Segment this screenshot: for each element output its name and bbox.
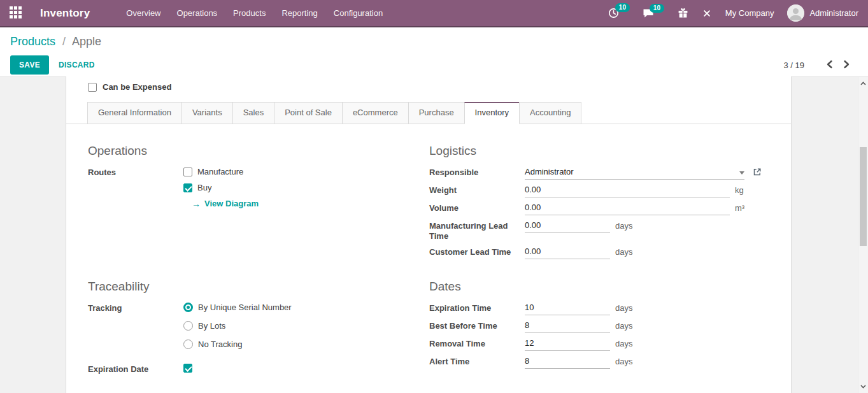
routes-label: Routes (88, 167, 183, 178)
messages-badge: 10 (650, 4, 664, 13)
manufacturing-lead-time-label: Manufacturing Lead Time (429, 220, 525, 241)
save-button[interactable]: SAVE (10, 55, 49, 75)
nav-item-products[interactable]: Products (233, 4, 266, 22)
manufacturing-lead-time-unit: days (615, 220, 632, 231)
scroll-up-arrow[interactable] (858, 78, 868, 89)
notebook-tabs: General Information Variants Sales Point… (66, 102, 791, 124)
alert-time-row: Alert Time 8 days (429, 356, 776, 369)
weight-label: Weight (429, 185, 525, 196)
best-before-time-label: Best Before Time (429, 320, 525, 331)
tab-inventory[interactable]: Inventory (464, 102, 520, 124)
removal-time-field[interactable]: 12 (525, 338, 610, 351)
manufacturing-lead-time-field[interactable]: 0.00 (525, 220, 610, 233)
app-name[interactable]: Inventory (40, 7, 90, 20)
removal-time-label: Removal Time (429, 338, 525, 349)
tab-accounting[interactable]: Accounting (519, 102, 581, 124)
manufacture-checkbox[interactable] (183, 168, 192, 176)
volume-unit: m³ (735, 203, 744, 213)
apps-menu-icon[interactable] (10, 6, 22, 18)
manufacturing-lead-time-value: 0.00 (525, 220, 541, 230)
breadcrumb: Products / Apple (10, 35, 858, 48)
discard-button[interactable]: DISCARD (59, 61, 95, 69)
pager-next-button[interactable] (841, 59, 853, 72)
expiration-time-unit: days (615, 303, 632, 313)
best-before-time-field[interactable]: 8 (525, 320, 610, 333)
pager: 3 / 19 (783, 59, 858, 72)
messages-icon[interactable]: 10 (643, 8, 654, 18)
nav-item-reporting[interactable]: Reporting (281, 4, 317, 22)
expiration-date-checkbox[interactable] (183, 364, 192, 373)
responsible-row: Responsible Administrator (429, 167, 776, 180)
external-link-icon[interactable] (753, 168, 762, 176)
alert-time-value: 8 (525, 356, 529, 366)
tracking-widget: By Unique Serial Number By Lots No Track… (183, 303, 292, 358)
volume-value: 0.00 (525, 203, 541, 212)
tab-purchase[interactable]: Purchase (408, 102, 465, 124)
customer-lead-time-field[interactable]: 0.00 (525, 247, 610, 259)
can-be-expensed-checkbox[interactable] (88, 83, 97, 92)
tracking-lots-radio[interactable] (183, 321, 193, 331)
removal-time-unit: days (615, 338, 632, 349)
weight-row: Weight 0.00 kg (429, 185, 776, 197)
section-traceability: Traceability Tracking By Unique Serial N… (88, 280, 409, 380)
tracking-label: Tracking (88, 303, 183, 313)
nav-item-configuration[interactable]: Configuration (334, 4, 383, 22)
breadcrumb-products-link[interactable]: Products (10, 35, 55, 48)
tools-icon[interactable] (702, 8, 712, 18)
view-diagram-link[interactable]: → View Diagram (192, 199, 259, 208)
nav-item-overview[interactable]: Overview (126, 4, 160, 22)
vertical-scrollbar[interactable] (858, 77, 868, 393)
expiration-time-field[interactable]: 10 (525, 303, 610, 315)
nav-item-operations[interactable]: Operations (177, 4, 218, 22)
expiration-time-row: Expiration Time 10 days (429, 303, 776, 315)
user-menu[interactable]: Administrator (787, 4, 858, 22)
tab-ecommerce[interactable]: eCommerce (342, 102, 409, 124)
manufacture-label: Manufacture (197, 167, 243, 176)
activity-clock-icon[interactable]: 10 (608, 8, 619, 18)
scroll-down-arrow[interactable] (858, 382, 868, 392)
removal-time-row: Removal Time 12 days (429, 338, 776, 351)
tracking-lots-row: By Lots (183, 321, 292, 331)
responsible-label: Responsible (429, 167, 525, 178)
arrow-right-icon: → (192, 199, 201, 208)
tracking-none-row: No Tracking (183, 339, 292, 349)
buy-checkbox[interactable] (183, 183, 192, 192)
tab-sales[interactable]: Sales (232, 102, 275, 124)
dates-heading: Dates (429, 280, 776, 294)
content-area: Can be Expensed General Information Vari… (0, 76, 868, 393)
activity-badge: 10 (615, 3, 630, 12)
control-panel: Products / Apple SAVE DISCARD 3 / 19 (0, 27, 868, 76)
tab-point-of-sale[interactable]: Point of Sale (274, 102, 343, 124)
section-operations: Operations Routes Manufacture Buy (88, 144, 409, 213)
tracking-row: Tracking By Unique Serial Number By Lots (88, 303, 409, 358)
gift-icon[interactable] (678, 8, 688, 18)
tracking-none-radio[interactable] (183, 339, 193, 349)
customer-lead-time-unit: days (615, 247, 632, 257)
product-form-sheet: Can be Expensed General Information Vari… (66, 76, 792, 393)
responsible-field[interactable]: Administrator (525, 167, 744, 180)
expiration-time-value: 10 (525, 303, 534, 312)
section-logistics: Logistics Responsible Administrator Weig… (429, 144, 776, 264)
weight-unit: kg (735, 185, 744, 196)
odoo-inventory-page: Inventory Overview Operations Products R… (0, 0, 868, 393)
customer-lead-time-row: Customer Lead Time 0.00 days (429, 247, 776, 259)
dropdown-caret-icon[interactable] (739, 171, 744, 175)
scrollbar-thumb[interactable] (860, 147, 867, 246)
expiration-date-row: Expiration Date (88, 364, 409, 375)
can-be-expensed-row: Can be Expensed (88, 82, 171, 92)
tracking-serial-row: By Unique Serial Number (183, 303, 292, 312)
logistics-heading: Logistics (429, 144, 776, 158)
pager-previous-button[interactable] (823, 59, 836, 72)
weight-value: 0.00 (525, 185, 541, 194)
weight-field[interactable]: 0.00 (525, 185, 730, 197)
tracking-serial-radio[interactable] (183, 303, 193, 312)
alert-time-field[interactable]: 8 (525, 356, 610, 369)
user-name: Administrator (809, 8, 858, 18)
volume-field[interactable]: 0.00 (525, 203, 730, 215)
tab-general-information[interactable]: General Information (87, 102, 182, 124)
route-manufacture-row: Manufacture (183, 167, 259, 176)
company-switcher[interactable]: My Company (725, 8, 774, 18)
user-avatar (787, 4, 804, 22)
customer-lead-time-label: Customer Lead Time (429, 247, 525, 257)
tab-variants[interactable]: Variants (181, 102, 233, 124)
